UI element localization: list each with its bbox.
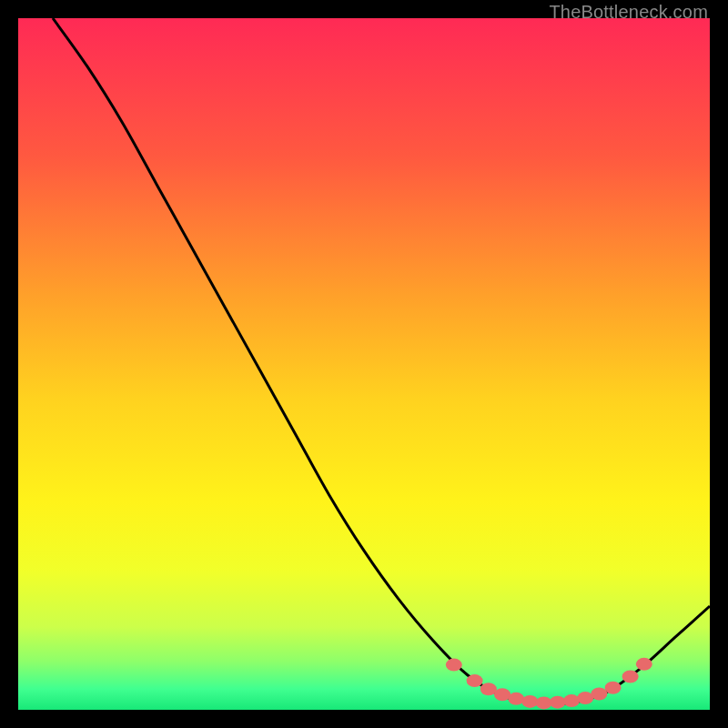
marker-dot [550,696,566,709]
marker-dot [467,674,483,687]
marker-dot [622,671,639,683]
marker-dot [563,694,580,707]
marker-dot [521,695,538,708]
marker-dot [480,682,497,695]
marker-dot [591,688,607,701]
marker-dot [446,659,462,672]
marker-dot [636,658,652,671]
bottleneck-chart [18,18,710,710]
marker-dot [605,682,622,694]
marker-dot [508,693,524,705]
watermark-text: TheBottleneck.com [549,2,708,23]
